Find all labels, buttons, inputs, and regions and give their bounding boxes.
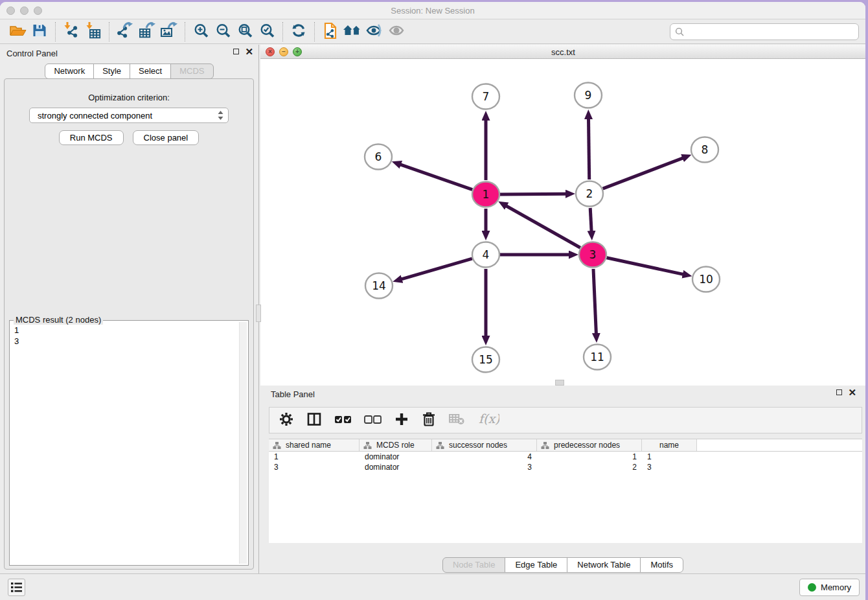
tab-network-table[interactable]: Network Table	[567, 557, 641, 573]
table-cell[interactable]: dominator	[360, 452, 432, 461]
columns-button[interactable]	[306, 411, 322, 429]
graph-node-4[interactable]: 4	[472, 242, 499, 268]
column-type-icon	[363, 441, 372, 450]
graph-node-8[interactable]: 8	[691, 137, 718, 163]
graph-node-14[interactable]: 14	[365, 273, 393, 299]
mcds-result-item[interactable]: 3	[14, 336, 236, 347]
graph-node-11[interactable]: 11	[584, 345, 611, 370]
task-history-button[interactable]	[8, 579, 25, 596]
table-cell[interactable]: 1	[537, 452, 642, 461]
optimization-criterion-select[interactable]: strongly connected component	[29, 108, 229, 123]
graph-node-2[interactable]: 2	[576, 181, 603, 207]
network-frame-titlebar[interactable]: × − + scc.txt	[260, 45, 865, 59]
float-panel-icon[interactable]	[233, 49, 239, 54]
graph-edge-3-1[interactable]	[506, 206, 580, 248]
gear-button[interactable]	[279, 411, 294, 429]
zoom-fit-icon	[238, 23, 253, 40]
graph-edge-2-3[interactable]	[590, 208, 591, 231]
svg-text:7: 7	[483, 90, 490, 103]
graph-edge-1-6[interactable]	[400, 165, 472, 190]
delete-entry-button[interactable]	[422, 411, 436, 429]
tab-mcds[interactable]: MCDS	[170, 63, 213, 79]
gear-icon	[279, 411, 294, 429]
table-cell[interactable]: 3	[269, 463, 360, 472]
tab-network[interactable]: Network	[45, 63, 94, 79]
column-header-name[interactable]: name	[642, 439, 697, 451]
close-panel-button[interactable]: Close panel	[133, 130, 200, 145]
import-network-button[interactable]	[60, 21, 82, 42]
table-cell[interactable]: 4	[432, 452, 537, 461]
table-cell[interactable]: 2	[537, 463, 642, 472]
show-graphics-button[interactable]	[385, 21, 407, 42]
zoom-in-button[interactable]	[190, 21, 212, 42]
memory-button[interactable]: Memory	[799, 579, 860, 596]
network-canvas[interactable]: 7 9 6 8 1 2 4 3 14 10 15 11	[260, 59, 865, 385]
table-cell[interactable]: dominator	[360, 463, 432, 472]
close-table-panel-icon[interactable]: ✕	[848, 389, 856, 396]
graph-edge-2-8[interactable]	[603, 158, 683, 189]
table-cell[interactable]: 1	[642, 452, 697, 461]
graph-node-7[interactable]: 7	[472, 84, 499, 110]
table-row[interactable]: 3dominator323	[269, 462, 862, 472]
graph-node-6[interactable]: 6	[365, 144, 392, 170]
table-cell[interactable]: 1	[269, 452, 360, 461]
search-box[interactable]	[670, 23, 859, 40]
column-header-predecessor-nodes[interactable]: predecessor nodes	[537, 439, 642, 451]
run-mcds-button[interactable]: Run MCDS	[59, 130, 124, 145]
select-all-button[interactable]	[334, 411, 352, 429]
svg-text:14: 14	[372, 279, 386, 292]
export-table-icon	[139, 22, 156, 41]
mcds-result-list[interactable]: 13	[12, 323, 238, 563]
svg-text:11: 11	[590, 351, 604, 363]
column-header-MCDS-role[interactable]: MCDS role	[360, 439, 432, 451]
graph-edge-1-2[interactable]	[500, 194, 566, 194]
toolbar-separator	[314, 22, 315, 41]
graph-node-9[interactable]: 9	[575, 83, 602, 108]
tab-style[interactable]: Style	[93, 63, 130, 79]
graph-edge-2-9[interactable]	[589, 119, 589, 179]
zoom-out-button[interactable]	[212, 21, 234, 42]
graph-edge-4-14[interactable]	[402, 259, 472, 279]
vertical-split-grip[interactable]	[256, 305, 261, 322]
show-graphics-icon	[389, 23, 404, 40]
close-panel-icon[interactable]: ✕	[245, 48, 253, 55]
graph-node-10[interactable]: 10	[692, 267, 720, 292]
open-file-button[interactable]	[6, 21, 29, 42]
result-scrollbar[interactable]	[239, 322, 247, 564]
float-table-panel-icon[interactable]	[836, 389, 842, 395]
refresh-layout-button[interactable]	[288, 21, 310, 42]
home-layout-button[interactable]	[341, 21, 363, 42]
graph-edge-3-10[interactable]	[607, 258, 683, 275]
table-cell[interactable]: 3	[432, 463, 537, 472]
export-image-button[interactable]	[158, 21, 180, 42]
export-table-button[interactable]	[136, 21, 158, 42]
search-input[interactable]	[687, 27, 854, 36]
add-entry-button[interactable]	[394, 411, 409, 429]
tab-select[interactable]: Select	[130, 63, 171, 79]
deselect-all-button[interactable]	[364, 411, 382, 429]
column-type-icon	[541, 441, 549, 450]
graph-node-3[interactable]: 3	[579, 242, 606, 268]
export-image-icon	[161, 22, 178, 41]
tab-node-table[interactable]: Node Table	[442, 557, 506, 573]
delete-entry-icon	[422, 411, 436, 429]
horizontal-split-grip[interactable]	[555, 380, 564, 386]
zoom-fit-button[interactable]	[234, 21, 256, 42]
tab-edge-table[interactable]: Edge Table	[505, 557, 567, 573]
save-session-button[interactable]	[29, 21, 51, 42]
hide-graphics-button[interactable]	[363, 21, 385, 42]
export-network-button[interactable]	[114, 21, 136, 42]
graph-node-1[interactable]: 1	[472, 182, 499, 207]
graph-node-15[interactable]: 15	[472, 347, 499, 373]
tab-motifs[interactable]: Motifs	[640, 557, 683, 573]
column-header-successor-nodes[interactable]: successor nodes	[432, 439, 537, 451]
import-table-button[interactable]	[82, 21, 104, 42]
column-header-shared-name[interactable]: shared name	[269, 439, 360, 451]
mcds-result-item[interactable]: 1	[14, 325, 236, 336]
mcds-tab-content: Optimization criterion: strongly connect…	[4, 78, 254, 570]
duplicate-network-button[interactable]	[319, 21, 341, 42]
table-cell[interactable]: 3	[642, 463, 697, 472]
zoom-selected-button[interactable]	[256, 21, 278, 42]
table-row[interactable]: 1dominator411	[269, 452, 862, 462]
graph-edge-3-11[interactable]	[593, 269, 596, 334]
